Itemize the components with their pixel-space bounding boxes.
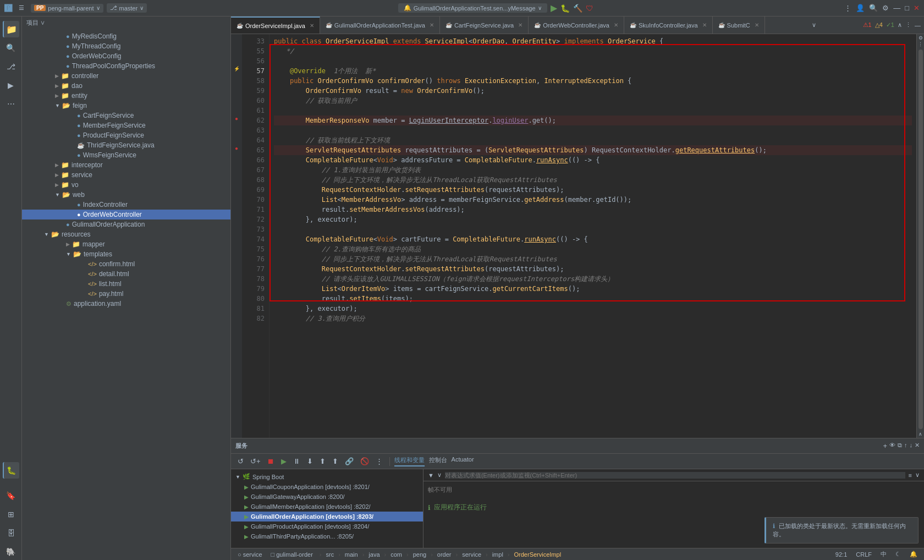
user-icon[interactable]: 👤	[856, 4, 865, 12]
tree-item-appyaml[interactable]: ⚙ application.yaml	[22, 299, 230, 309]
member-app[interactable]: ▶ GulimallMemberApplication [devtools] :…	[231, 502, 423, 512]
debug-step-over-btn[interactable]: ⬇	[305, 456, 315, 466]
collapse-all-button[interactable]: ⧉	[898, 442, 902, 450]
lang-item[interactable]: 中	[878, 550, 889, 558]
tab-close-icon[interactable]: ✕	[518, 22, 522, 28]
git-file-item[interactable]: □ gulimall-order	[269, 551, 315, 558]
activity-run-icon[interactable]: ▶	[3, 77, 19, 94]
branch-badge[interactable]: ⎇ master ∨	[107, 3, 147, 13]
activity-project-icon[interactable]: 📁	[3, 21, 19, 37]
activity-bookmark-icon[interactable]: 🔖	[3, 487, 19, 504]
activity-gradle-icon[interactable]: 🐘	[3, 543, 19, 560]
tab-close-icon[interactable]: ✕	[614, 22, 618, 28]
tab-submitc[interactable]: ☕ SubmitC ✕	[713, 17, 765, 34]
build-button[interactable]: 🔨	[573, 4, 582, 13]
order-app[interactable]: ▶ GulimallOrderApplication [devtools] :8…	[231, 512, 423, 521]
tab-close-icon[interactable]: ✕	[310, 23, 314, 29]
tree-item-feign[interactable]: ▼ 📂 feign	[22, 101, 230, 111]
run-config[interactable]: 🔔 GulimallOrderApplicationTest.sen...yMe…	[398, 3, 547, 13]
tree-item-orderwebctrl[interactable]: ● OrderWebController	[22, 210, 230, 219]
close-panel-button[interactable]: ✕	[915, 442, 920, 450]
tab-close-icon[interactable]: ✕	[755, 22, 759, 28]
branch-dropdown-icon[interactable]: ∨	[140, 5, 144, 11]
editor-minimize-icon[interactable]: —	[915, 22, 921, 29]
scroll-collapse-icon[interactable]: ∧	[919, 431, 922, 437]
hamburger-menu[interactable]: ☰	[15, 3, 28, 13]
up-button[interactable]: ↑	[904, 442, 908, 450]
tree-item-templates[interactable]: ▼ 📂 templates	[22, 249, 230, 259]
search-icon[interactable]: 🔍	[869, 4, 878, 12]
tree-item-mapper[interactable]: ▶ 📁 mapper	[22, 239, 230, 249]
run-with-coverage-button[interactable]: 🛡	[586, 4, 593, 13]
tree-item-vo[interactable]: ▶ 📁 vo	[22, 180, 230, 190]
debug-refresh-btn[interactable]: ↺	[235, 456, 246, 466]
springboot-group[interactable]: ▼ 🌿 Spring Boot	[231, 471, 423, 482]
tree-item-cartfeign[interactable]: ● CartFeignService	[22, 111, 230, 120]
debug-add-watch-icon[interactable]: ≡	[909, 472, 912, 479]
tab-skuinfo[interactable]: ☕ SkuInfoController.java ✕	[624, 17, 713, 34]
tree-item-entity[interactable]: ▶ 📁 entity	[22, 91, 230, 101]
settings-icon[interactable]: ⚙	[882, 4, 889, 12]
close-button[interactable]: ✕	[914, 4, 920, 12]
down-button[interactable]: ↓	[910, 442, 913, 450]
debug-more-btn[interactable]: ⋮	[373, 456, 385, 466]
debug-expression-input[interactable]	[445, 472, 905, 479]
tree-item-interceptor[interactable]: ▶ 📁 interceptor	[22, 160, 230, 170]
debug-step-into-btn[interactable]: ⬆	[317, 456, 328, 466]
tree-item-productfeign[interactable]: ● ProductFeignService	[22, 130, 230, 140]
tab-orderservice[interactable]: ☕ OrderServiceImpl.java ✕	[231, 17, 320, 34]
debug-pause-btn[interactable]: ⏸	[291, 456, 302, 466]
debug-button[interactable]: 🐛	[560, 4, 570, 13]
debug-resume-btn[interactable]: ▶	[279, 456, 289, 466]
tab-close-icon[interactable]: ✕	[430, 22, 434, 28]
project-dropdown-icon[interactable]: ∨	[96, 5, 100, 11]
filter-dropdown-icon[interactable]: ∨	[437, 471, 442, 479]
activity-more-icon[interactable]: ⋯	[3, 96, 19, 112]
product-app[interactable]: ▶ GulimallProductApplication [devtools] …	[231, 521, 423, 531]
tree-item-mythread[interactable]: ● MyThreadConfig	[22, 41, 230, 51]
tree-item-resources[interactable]: ▼ 📂 resources	[22, 229, 230, 239]
activity-find-icon[interactable]: 🔍	[3, 40, 19, 56]
tree-item-service[interactable]: ▶ 📁 service	[22, 170, 230, 180]
tab-gulimalltest[interactable]: ☕ GulimallOrderApplicationTest.java ✕	[320, 17, 440, 34]
tree-item-gulimallapp[interactable]: ● GulimallOrderApplication	[22, 219, 230, 229]
tree-item-myredis[interactable]: ● MyRedisConfig	[22, 31, 230, 41]
git-branch-item[interactable]: ○ service	[235, 551, 265, 558]
tree-item-dao[interactable]: ▶ 📁 dao	[22, 81, 230, 91]
tree-item-detail[interactable]: </> detail.html	[22, 269, 230, 279]
activity-structure-icon[interactable]: ⊞	[3, 506, 19, 523]
tree-item-indexctrl[interactable]: ● IndexController	[22, 200, 230, 210]
tree-item-controller[interactable]: ▶ 📁 controller	[22, 71, 230, 81]
position-item[interactable]: 92:1	[833, 551, 849, 558]
debug-refresh-all-btn[interactable]: ↺+	[248, 456, 263, 466]
tab-close-icon[interactable]: ✕	[702, 22, 707, 28]
notif-item[interactable]: 🔔	[908, 551, 920, 558]
tree-item-confirm[interactable]: </> confirm.html	[22, 259, 230, 269]
maximize-button[interactable]: □	[905, 4, 909, 12]
theme-item[interactable]: ☾	[893, 551, 903, 558]
tree-item-wmsfeign[interactable]: ● WmsFeignService	[22, 150, 230, 160]
tab-cartfeign[interactable]: ☕ CartFeignService.java ✕	[440, 17, 529, 34]
activity-vcs-icon[interactable]: ⎇	[3, 58, 19, 75]
vertical-scrollbar[interactable]	[919, 50, 923, 429]
debug-mute-btn[interactable]: 🚫	[358, 456, 371, 466]
run-button[interactable]: ▶	[551, 3, 557, 13]
editor-more-icon[interactable]: ⋮	[905, 21, 911, 29]
minimize-button[interactable]: —	[893, 4, 900, 12]
debug-step-out-btn[interactable]: ⬆	[330, 456, 340, 466]
tree-item-list[interactable]: </> list.html	[22, 279, 230, 289]
tree-item-pay[interactable]: </> pay.html	[22, 289, 230, 299]
activity-database-icon[interactable]: 🗄	[3, 525, 19, 541]
more-icon[interactable]: ⋮	[844, 4, 851, 12]
run-config-dropdown[interactable]: ∨	[538, 5, 542, 11]
tab-orderwebctrl[interactable]: ☕ OrderWebController.java ✕	[529, 17, 624, 34]
tree-item-web[interactable]: ▼ 📂 web	[22, 190, 230, 200]
tree-item-thridfeign[interactable]: ☕ ThridFeignService.java	[22, 140, 230, 150]
tree-item-memberfeign[interactable]: ● MemberFeignService	[22, 120, 230, 130]
visibility-button[interactable]: 👁	[889, 442, 895, 450]
coupon-app[interactable]: ▶ GulimallCouponApplication [devtools] :…	[231, 482, 423, 492]
activity-debug-services-icon[interactable]: 🐛	[3, 462, 19, 479]
debug-link-btn[interactable]: 🔗	[343, 456, 356, 466]
gateway-app[interactable]: ▶ GulimallGatewayApplication :8200/	[231, 492, 423, 502]
actuator-tab[interactable]: Actuator	[452, 456, 474, 466]
